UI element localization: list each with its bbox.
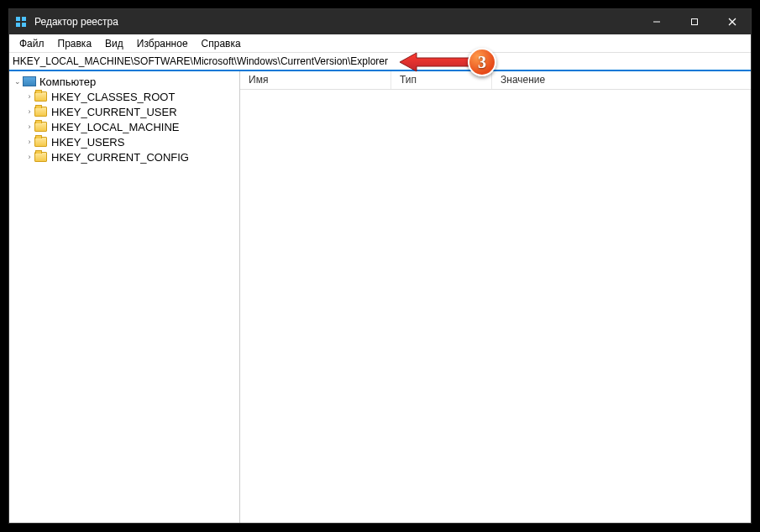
- tree-item-hklm[interactable]: › HKEY_LOCAL_MACHINE: [9, 119, 239, 134]
- menu-edit[interactable]: Правка: [51, 36, 99, 51]
- column-value[interactable]: Значение: [492, 71, 751, 89]
- expander-icon[interactable]: ›: [24, 92, 34, 101]
- svg-rect-2: [16, 23, 20, 27]
- expander-icon[interactable]: ›: [24, 153, 34, 161]
- window-title: Редактор реестра: [34, 16, 637, 28]
- address-input[interactable]: [13, 55, 751, 67]
- expander-icon[interactable]: ›: [24, 107, 34, 116]
- folder-icon: [34, 122, 47, 132]
- computer-icon: [23, 76, 36, 86]
- menu-view[interactable]: Вид: [98, 36, 130, 51]
- column-name[interactable]: Имя: [240, 71, 391, 89]
- expander-icon[interactable]: ›: [24, 138, 34, 146]
- expander-icon[interactable]: ⌄: [13, 77, 23, 86]
- expander-icon[interactable]: ›: [24, 123, 34, 131]
- svg-rect-0: [16, 17, 20, 21]
- svg-rect-3: [22, 23, 26, 27]
- tree-item-label: HKEY_LOCAL_MACHINE: [51, 121, 179, 133]
- address-bar: 3: [9, 53, 751, 71]
- tree-item-label: HKEY_CURRENT_USER: [51, 106, 177, 118]
- window-controls: [637, 9, 751, 34]
- folder-icon: [34, 107, 47, 117]
- close-button[interactable]: [713, 9, 751, 34]
- tree-item-label: HKEY_CURRENT_CONFIG: [51, 151, 189, 164]
- maximize-button[interactable]: [675, 9, 713, 34]
- tree-item-hkcu[interactable]: › HKEY_CURRENT_USER: [9, 104, 239, 119]
- folder-icon: [34, 152, 47, 162]
- tree-item-label: HKEY_USERS: [51, 136, 124, 149]
- column-type[interactable]: Тип: [391, 71, 492, 89]
- tree-item-hku[interactable]: › HKEY_USERS: [9, 134, 239, 149]
- content-area: ⌄ Компьютер › HKEY_CLASSES_ROOT › HKEY_C…: [9, 71, 751, 523]
- app-icon: [14, 15, 28, 29]
- menu-file[interactable]: Файл: [13, 36, 51, 51]
- list-header: Имя Тип Значение: [240, 71, 751, 90]
- tree-item-hkcc[interactable]: › HKEY_CURRENT_CONFIG: [9, 149, 239, 164]
- folder-icon: [34, 137, 47, 147]
- minimize-button[interactable]: [637, 9, 675, 34]
- titlebar: Редактор реестра: [9, 9, 751, 34]
- tree-item-hkcr[interactable]: › HKEY_CLASSES_ROOT: [9, 89, 239, 104]
- menubar: Файл Правка Вид Избранное Справка: [9, 34, 751, 53]
- menu-help[interactable]: Справка: [195, 36, 248, 51]
- tree-item-label: HKEY_CLASSES_ROOT: [51, 91, 175, 103]
- svg-rect-1: [22, 17, 26, 21]
- app-window: Редактор реестра Файл Правка Вид Избранн…: [8, 8, 752, 524]
- tree-pane[interactable]: ⌄ Компьютер › HKEY_CLASSES_ROOT › HKEY_C…: [9, 71, 240, 523]
- menu-favorites[interactable]: Избранное: [130, 36, 195, 51]
- folder-icon: [34, 91, 47, 102]
- tree-root[interactable]: ⌄ Компьютер: [9, 74, 239, 89]
- tree-root-label: Компьютер: [39, 76, 96, 88]
- svg-rect-5: [691, 19, 697, 25]
- list-pane[interactable]: Имя Тип Значение: [240, 71, 751, 523]
